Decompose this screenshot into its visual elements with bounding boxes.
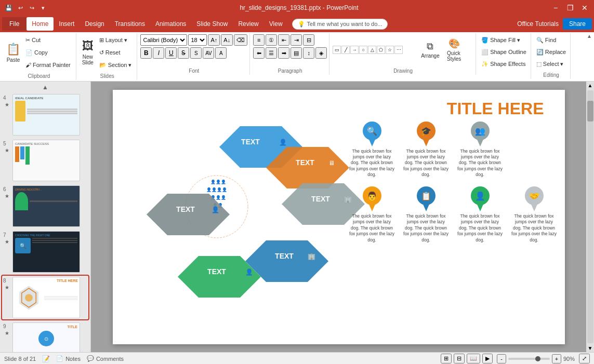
font-family-select[interactable]: Calibri (Body) bbox=[140, 34, 187, 46]
menu-animations[interactable]: Animations bbox=[150, 17, 191, 31]
bullets-button[interactable]: ≡ bbox=[253, 34, 265, 46]
slide-thumb-4[interactable]: 4 ★ IDEAL CANDIDATE bbox=[2, 93, 88, 137]
menu-slide-show[interactable]: Slide Show bbox=[191, 17, 233, 31]
close-button[interactable]: ✕ bbox=[579, 3, 590, 13]
shape-star[interactable]: ☆ bbox=[386, 46, 394, 54]
zoom-out-button[interactable]: - bbox=[497, 354, 506, 363]
slide-preview-8[interactable]: TITLE HERE bbox=[12, 277, 80, 318]
slide-canvas[interactable]: TITLE HERE 👤👤👤 👤👤👤👤 👤👤👤 👤👤 bbox=[113, 90, 565, 344]
office-tutorials-link[interactable]: Office Tutorials bbox=[517, 20, 559, 28]
numbering-button[interactable]: ① bbox=[266, 34, 277, 46]
reading-view-button[interactable]: 📖 bbox=[467, 354, 480, 363]
font-color-button[interactable]: A bbox=[215, 47, 227, 59]
new-slide-button[interactable]: 🖼 NewSlide bbox=[80, 37, 96, 68]
char-spacing-button[interactable]: AV bbox=[203, 47, 214, 59]
scroll-down-btn[interactable]: ▼ bbox=[587, 344, 594, 352]
scroll-up-btn[interactable]: ▲ bbox=[587, 82, 594, 89]
minimize-button[interactable]: − bbox=[550, 3, 561, 13]
menu-home[interactable]: Home bbox=[27, 17, 54, 31]
fit-slide-button[interactable]: ⤢ bbox=[579, 354, 590, 363]
normal-view-button[interactable]: ⊞ bbox=[441, 354, 452, 363]
shape-fill-button[interactable]: 🪣 Shape Fill ▾ bbox=[479, 34, 529, 46]
increase-indent-button[interactable]: ⇥ bbox=[291, 34, 302, 46]
find-button[interactable]: 🔍 Find bbox=[534, 34, 568, 46]
slideshow-button[interactable]: ▶ bbox=[482, 354, 493, 363]
clear-format-button[interactable]: ⌫ bbox=[234, 34, 247, 46]
align-left-button[interactable]: ⬅ bbox=[253, 47, 265, 59]
quick-styles-area: 🎨 QuickStyles bbox=[444, 34, 465, 65]
italic-button[interactable]: I bbox=[153, 47, 164, 59]
slide-sorter-button[interactable]: ⊟ bbox=[454, 354, 465, 363]
slide-num-col: 4 ★ bbox=[3, 94, 10, 107]
notes-button[interactable]: 📄 Notes bbox=[56, 355, 81, 362]
slide-thumb-5[interactable]: 5 ★ CANDIDATE SUCCESS bbox=[2, 139, 88, 182]
slide-preview-4[interactable]: IDEAL CANDIDATE bbox=[12, 94, 80, 136]
menu-insert[interactable]: Insert bbox=[54, 17, 80, 31]
tell-me-input[interactable]: 💡 Tell me what you want to do... bbox=[292, 19, 388, 30]
layout-button[interactable]: ⊞ Layout ▾ bbox=[97, 34, 134, 46]
slide-preview-6[interactable]: DRIVING INDUSTRY... bbox=[12, 185, 80, 227]
find-icon: 🔍 bbox=[536, 37, 544, 44]
increase-font-button[interactable]: A↑ bbox=[208, 34, 220, 46]
shape-rect[interactable]: ▭ bbox=[333, 46, 341, 54]
restore-button[interactable]: ❐ bbox=[565, 3, 575, 13]
strikethrough-button[interactable]: S̶ bbox=[178, 47, 189, 59]
align-center-button[interactable]: ☰ bbox=[266, 47, 277, 59]
decrease-font-button[interactable]: A↓ bbox=[221, 34, 233, 46]
format-painter-button[interactable]: 🖌 Format Painter bbox=[23, 59, 73, 71]
ribbon-collapse-button[interactable]: ▲ bbox=[587, 33, 592, 39]
underline-button[interactable]: U bbox=[165, 47, 177, 59]
scroll-track[interactable] bbox=[587, 90, 593, 343]
shape-outline-button[interactable]: ⬜ Shape Outline bbox=[479, 46, 529, 58]
arrange-button[interactable]: ⧉ Arrange bbox=[419, 34, 442, 65]
columns-button[interactable]: ⊟ bbox=[303, 34, 314, 46]
share-button[interactable]: Share bbox=[563, 18, 592, 30]
zoom-slider[interactable] bbox=[508, 358, 550, 360]
menu-review[interactable]: Review bbox=[233, 17, 263, 31]
slide-thumb-6[interactable]: 6 ★ DRIVING INDUSTRY... bbox=[2, 184, 88, 228]
decrease-indent-button[interactable]: ⇤ bbox=[278, 34, 289, 46]
zoom-in-button[interactable]: + bbox=[552, 354, 561, 363]
shape-more[interactable]: ⋯ bbox=[394, 46, 403, 54]
slide-thumb-9[interactable]: 9 ★ TITLE ⊙ bbox=[2, 321, 88, 352]
paste-button[interactable]: 📋 Paste bbox=[4, 37, 22, 68]
menu-file[interactable]: File bbox=[2, 17, 27, 31]
line-spacing-button[interactable]: ↕ bbox=[303, 47, 314, 59]
menu-view[interactable]: View bbox=[264, 17, 288, 31]
slide-preview-9[interactable]: TITLE ⊙ bbox=[12, 322, 80, 352]
copy-button[interactable]: 📄 Copy bbox=[23, 47, 73, 58]
right-scrollbar[interactable]: ▲ ▼ bbox=[586, 82, 594, 352]
undo-icon[interactable]: ↩ bbox=[16, 3, 25, 12]
align-right-button[interactable]: ➡ bbox=[278, 47, 289, 59]
text-shadow-button[interactable]: S bbox=[190, 47, 202, 59]
shape-arrow[interactable]: → bbox=[350, 46, 359, 54]
menu-transitions[interactable]: Transitions bbox=[110, 17, 150, 31]
menu-design[interactable]: Design bbox=[80, 17, 109, 31]
slide-thumb-8[interactable]: 8 ★ TITLE HERE bbox=[2, 276, 88, 319]
quick-styles-button[interactable]: 🎨 QuickStyles bbox=[444, 34, 465, 65]
comments-button[interactable]: 💬 Comments bbox=[87, 355, 124, 362]
save-icon[interactable]: 💾 bbox=[4, 3, 14, 12]
slide-preview-5[interactable]: CANDIDATE SUCCESS bbox=[12, 140, 80, 181]
shape-oval[interactable]: ○ bbox=[359, 46, 367, 54]
redo-icon[interactable]: ↪ bbox=[27, 3, 36, 12]
replace-button[interactable]: 🔄 Replace bbox=[534, 46, 568, 58]
font-size-select[interactable]: 18 bbox=[188, 34, 207, 46]
section-button[interactable]: 📂 Section ▾ bbox=[97, 59, 134, 71]
slide-preview-7[interactable]: CHOOSING THE RIGHT ONE 🔍 bbox=[12, 231, 80, 273]
bold-button[interactable]: B bbox=[140, 47, 152, 59]
justify-button[interactable]: ▤ bbox=[291, 47, 302, 59]
scroll-thumb[interactable] bbox=[587, 101, 593, 122]
cut-button[interactable]: ✂ Cut bbox=[23, 34, 73, 46]
shape-triangle[interactable]: △ bbox=[368, 46, 376, 54]
select-button[interactable]: ⬚ Select ▾ bbox=[534, 58, 568, 70]
slide-thumb-7[interactable]: 7 ★ CHOOSING THE RIGHT ONE 🔍 bbox=[2, 230, 88, 274]
panel-scroll-up[interactable]: ▲ bbox=[2, 84, 88, 91]
shape-line[interactable]: ╱ bbox=[341, 46, 350, 54]
shape-pentagon[interactable]: ⬠ bbox=[377, 46, 385, 54]
convert-to-smartart-button[interactable]: ◈ bbox=[315, 47, 327, 59]
reset-button[interactable]: ↺ Reset bbox=[97, 47, 134, 58]
customize-icon[interactable]: ▾ bbox=[38, 3, 48, 12]
shape-effects-button[interactable]: ✨ Shape Effects bbox=[479, 58, 529, 70]
zoom-thumb[interactable] bbox=[535, 356, 540, 361]
